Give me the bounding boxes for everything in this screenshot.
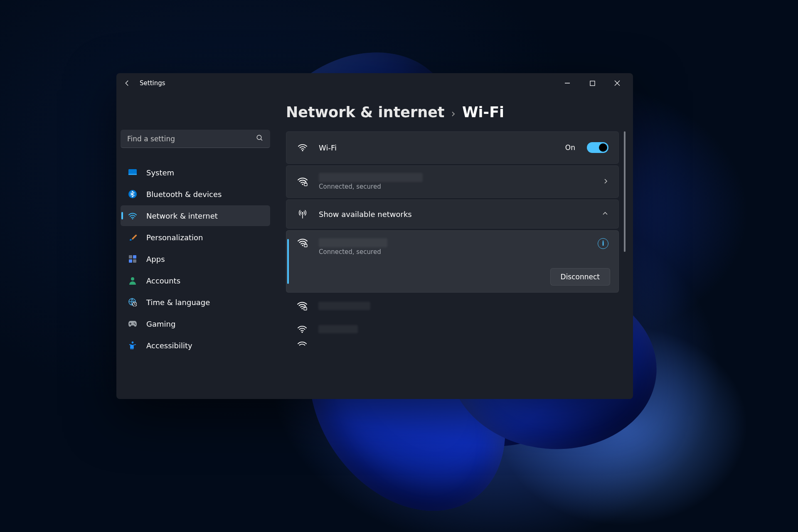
sidebar-item-accounts[interactable]: Accounts (121, 270, 270, 291)
sidebar: System Bluetooth & devices Network & int… (116, 93, 274, 399)
bluetooth-icon (128, 190, 137, 199)
sidebar-item-label: Gaming (146, 320, 175, 328)
sidebar-item-network[interactable]: Network & internet (121, 205, 270, 226)
svg-point-26 (301, 332, 303, 333)
minimize-button[interactable] (555, 75, 580, 91)
search-input[interactable] (127, 135, 256, 143)
network-status: Connected, secured (319, 183, 593, 190)
window-title: Settings (140, 79, 165, 87)
globe-clock-icon (128, 298, 137, 307)
accessibility-icon (128, 341, 137, 350)
gaming-icon (128, 319, 137, 328)
breadcrumb-leaf: Wi-Fi (462, 104, 504, 121)
search-field[interactable] (121, 130, 270, 148)
wifi-icon (296, 143, 309, 152)
sidebar-item-system[interactable]: System (121, 162, 270, 183)
sidebar-item-bluetooth[interactable]: Bluetooth & devices (121, 184, 270, 204)
svg-point-5 (132, 218, 133, 219)
sidebar-item-personalization[interactable]: Personalization (121, 227, 270, 248)
sidebar-item-label: System (146, 168, 174, 177)
sidebar-item-apps[interactable]: Apps (121, 249, 270, 269)
wifi-secure-icon (296, 301, 308, 310)
sidebar-item-time[interactable]: Time & language (121, 292, 270, 313)
sidebar-item-label: Accounts (146, 276, 180, 285)
sidebar-item-label: Bluetooth & devices (146, 190, 222, 199)
network-name-redacted (319, 173, 423, 182)
svg-point-10 (131, 277, 134, 281)
wifi-secure-icon (296, 238, 309, 256)
svg-point-16 (135, 324, 135, 325)
svg-rect-7 (133, 255, 136, 259)
sidebar-item-accessibility[interactable]: Accessibility (121, 335, 270, 356)
network-name-redacted (318, 302, 370, 310)
network-item[interactable] (286, 341, 619, 350)
wifi-toggle-label: Wi-Fi (319, 143, 555, 152)
network-item[interactable] (286, 294, 619, 318)
svg-rect-6 (129, 255, 132, 259)
network-name-redacted (318, 325, 358, 333)
svg-point-22 (302, 245, 303, 246)
wifi-state-text: On (565, 143, 575, 152)
apps-icon (128, 254, 137, 264)
network-status: Connected, secured (319, 248, 588, 256)
breadcrumb-parent[interactable]: Network & internet (286, 104, 445, 121)
svg-rect-14 (129, 323, 131, 324)
svg-rect-8 (129, 259, 132, 263)
sidebar-item-label: Apps (146, 255, 165, 264)
disconnect-button[interactable]: Disconnect (550, 268, 610, 286)
available-networks-toggle[interactable]: Show available networks (286, 200, 619, 229)
svg-rect-3 (128, 174, 137, 175)
svg-rect-9 (133, 259, 136, 263)
search-icon (256, 134, 264, 143)
titlebar: Settings (116, 73, 633, 93)
accounts-icon (128, 276, 137, 285)
breadcrumb: Network & internet › Wi-Fi (286, 104, 626, 121)
sidebar-item-gaming[interactable]: Gaming (121, 313, 270, 334)
svg-point-24 (301, 308, 303, 309)
chevron-right-icon: › (451, 107, 456, 120)
wifi-icon (128, 211, 137, 220)
svg-rect-20 (304, 183, 307, 186)
svg-point-19 (302, 184, 303, 185)
svg-rect-25 (304, 308, 307, 310)
svg-point-1 (257, 135, 261, 140)
svg-point-18 (302, 150, 303, 151)
network-item[interactable] (286, 318, 619, 341)
svg-rect-0 (590, 81, 595, 86)
close-button[interactable] (605, 75, 630, 91)
sidebar-item-label: Accessibility (146, 341, 192, 350)
wifi-icon (296, 341, 308, 349)
current-network-card[interactable]: Connected, secured (286, 165, 619, 198)
svg-rect-23 (304, 244, 307, 247)
nav-list: System Bluetooth & devices Network & int… (121, 162, 270, 356)
settings-window: Settings (116, 73, 633, 399)
wifi-toggle[interactable] (587, 142, 608, 153)
sidebar-item-label: Time & language (146, 298, 210, 307)
chevron-right-icon (603, 178, 608, 186)
back-button[interactable] (120, 76, 135, 91)
system-icon (128, 168, 137, 177)
sidebar-item-label: Personalization (146, 233, 203, 242)
svg-point-17 (132, 342, 134, 344)
chevron-up-icon (602, 210, 608, 218)
main-content: Network & internet › Wi-Fi Wi-Fi On (274, 93, 633, 399)
available-networks-label: Show available networks (319, 210, 592, 219)
antenna-icon (296, 209, 309, 219)
network-item-expanded[interactable]: Connected, secured i Disconnect (286, 230, 619, 293)
network-name-redacted (319, 238, 387, 247)
paintbrush-icon (128, 233, 137, 242)
wifi-icon (296, 325, 308, 333)
wifi-secure-icon (296, 177, 309, 186)
svg-point-15 (134, 323, 135, 323)
scrollbar[interactable] (624, 131, 626, 252)
sidebar-item-label: Network & internet (146, 212, 218, 220)
maximize-button[interactable] (580, 75, 605, 91)
info-icon[interactable]: i (598, 238, 608, 249)
wifi-toggle-card[interactable]: Wi-Fi On (286, 131, 619, 164)
